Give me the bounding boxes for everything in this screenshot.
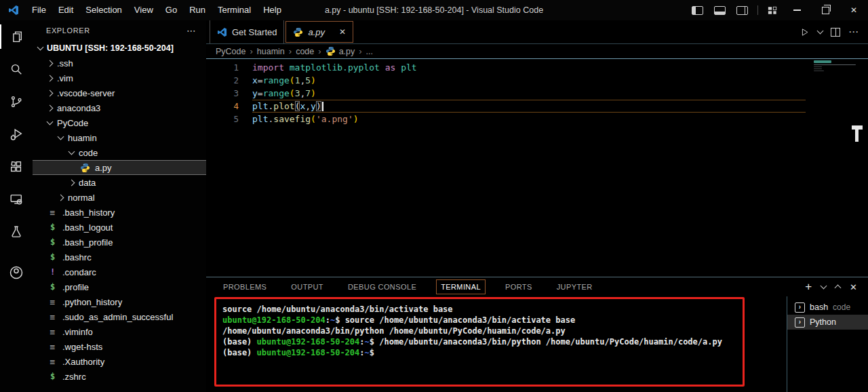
code-editor[interactable]: 1import matplotlib.pyplot as plt2x=range… bbox=[206, 59, 868, 277]
tree-item-.vim[interactable]: .vim bbox=[33, 71, 206, 85]
tree-item-normal[interactable]: normal bbox=[33, 190, 206, 205]
toggle-panel-icon[interactable] bbox=[714, 6, 726, 15]
breadcrumb-item[interactable]: ... bbox=[366, 47, 373, 56]
code-line-1[interactable]: 1import matplotlib.pyplot as plt bbox=[206, 61, 806, 74]
terminal-line: source /home/ubuntu/anaconda3/bin/activa… bbox=[222, 304, 736, 315]
mouse-cursor bbox=[852, 125, 864, 143]
account-icon[interactable] bbox=[0, 256, 33, 289]
shell-file-icon: $ bbox=[47, 237, 58, 247]
breadcrumb-label: huamin bbox=[257, 47, 285, 56]
tab-get-started[interactable]: Get Started bbox=[210, 20, 284, 43]
menu-selection[interactable]: Selection bbox=[79, 0, 127, 20]
code-content: import matplotlib.pyplot as plt bbox=[252, 61, 806, 74]
minimize-button[interactable] bbox=[783, 0, 811, 20]
breadcrumb-item[interactable]: a.py bbox=[326, 46, 355, 56]
tree-item-huamin[interactable]: huamin bbox=[33, 130, 206, 145]
tree-item-.zshrc[interactable]: $.zshrc bbox=[33, 369, 206, 384]
tree-item-PyCode[interactable]: PyCode bbox=[33, 115, 206, 130]
close-panel-icon[interactable]: ✕ bbox=[850, 282, 857, 292]
minimap-line bbox=[814, 64, 856, 65]
code-line-4[interactable]: 4plt.plot(x,y) bbox=[206, 100, 806, 113]
tree-item-.sudo_as_admin_successful[interactable]: ≡.sudo_as_admin_successful bbox=[33, 309, 206, 324]
tab-label: Get Started bbox=[232, 27, 277, 37]
tree-item-code[interactable]: code bbox=[33, 145, 206, 160]
explorer-icon[interactable] bbox=[0, 20, 33, 53]
customize-layout-icon[interactable] bbox=[768, 6, 777, 15]
code-content: x=range(1,5) bbox=[252, 74, 806, 87]
panel-tab-jupyter[interactable]: JUPYTER bbox=[552, 279, 597, 294]
tree-item-.profile[interactable]: $.profile bbox=[33, 279, 206, 294]
panel-tab-problems[interactable]: PROBLEMS bbox=[218, 279, 271, 294]
run-dropdown-icon[interactable] bbox=[817, 28, 824, 35]
terminal-output[interactable]: source /home/ubuntu/anaconda3/bin/activa… bbox=[216, 299, 743, 363]
tree-root-ubuntu-ssh[interactable]: UBUNTU [SSH: 192-168-50-204] bbox=[33, 41, 206, 56]
breadcrumb-separator: › bbox=[359, 46, 361, 56]
terminal-icon: › bbox=[795, 302, 805, 313]
tree-item-.condarc[interactable]: !.condarc bbox=[33, 264, 206, 279]
close-tab-icon[interactable]: ✕ bbox=[339, 27, 346, 37]
editor-group: Get Starteda.py✕ ⋯ PyCode›huamin›code›a.… bbox=[206, 20, 868, 277]
split-editor-icon[interactable] bbox=[831, 28, 840, 37]
code-line-2[interactable]: 2x=range(1,5) bbox=[206, 74, 806, 87]
tree-item-.Xauthority[interactable]: ≡.Xauthority bbox=[33, 354, 206, 369]
panel-tab-terminal[interactable]: TERMINAL bbox=[436, 279, 486, 294]
shell-file-icon: $ bbox=[47, 282, 58, 292]
terminal-dropdown-icon[interactable] bbox=[821, 283, 827, 290]
tree-item-.wget-hsts[interactable]: ≡.wget-hsts bbox=[33, 339, 206, 354]
breadcrumb-item[interactable]: PyCode bbox=[216, 47, 245, 56]
terminal-list-item-bash[interactable]: ›bashcode bbox=[787, 300, 868, 315]
menu-edit[interactable]: Edit bbox=[52, 0, 79, 20]
code-line-3[interactable]: 3y=range(3,7) bbox=[206, 87, 806, 100]
source-control-icon[interactable] bbox=[0, 85, 33, 118]
line-number: 4 bbox=[206, 101, 252, 111]
red-annotation-box: source /home/ubuntu/anaconda3/bin/activa… bbox=[214, 297, 745, 387]
menu-view[interactable]: View bbox=[128, 0, 159, 20]
restore-button[interactable] bbox=[811, 0, 840, 20]
tab-a.py[interactable]: a.py✕ bbox=[285, 21, 353, 43]
tree-root-label: UBUNTU [SSH: 192-168-50-204] bbox=[47, 43, 174, 53]
search-icon[interactable] bbox=[0, 53, 33, 85]
explorer-more-actions-icon[interactable]: ⋯ bbox=[186, 25, 197, 36]
chevron-right-icon bbox=[58, 194, 64, 201]
remote-explorer-icon[interactable] bbox=[0, 183, 33, 216]
tree-item-.viminfo[interactable]: ≡.viminfo bbox=[33, 324, 206, 339]
panel-tab-debug-console[interactable]: DEBUG CONSOLE bbox=[343, 279, 421, 294]
maximize-panel-icon[interactable] bbox=[835, 285, 842, 292]
toggle-secondary-sidebar-icon[interactable] bbox=[736, 6, 748, 15]
run-debug-icon[interactable] bbox=[0, 118, 33, 151]
tree-item-data[interactable]: data bbox=[33, 175, 206, 190]
code-lines: 1import matplotlib.pyplot as plt2x=range… bbox=[206, 61, 806, 125]
tree-item-.bashrc[interactable]: $.bashrc bbox=[33, 250, 206, 264]
breadcrumb-label: PyCode bbox=[216, 47, 245, 56]
panel-tab-output[interactable]: OUTPUT bbox=[286, 279, 328, 294]
menu-go[interactable]: Go bbox=[159, 0, 183, 20]
panel-tab-ports[interactable]: PORTS bbox=[500, 279, 537, 294]
extensions-icon[interactable] bbox=[0, 151, 33, 183]
testing-icon[interactable] bbox=[0, 216, 33, 248]
breadcrumb-item[interactable]: code bbox=[296, 47, 314, 56]
terminal-list-item-python[interactable]: ›Python bbox=[787, 315, 868, 330]
editor-more-actions-icon[interactable]: ⋯ bbox=[848, 28, 859, 35]
tree-item-label: .Xauthority bbox=[62, 357, 104, 367]
tree-item-.python_history[interactable]: ≡.python_history bbox=[33, 294, 206, 309]
tree-item-anaconda3[interactable]: anaconda3 bbox=[33, 100, 206, 115]
tree-item-.bash_history[interactable]: ≡.bash_history bbox=[33, 205, 206, 220]
menu-run[interactable]: Run bbox=[183, 0, 212, 20]
tree-item-.bash_logout[interactable]: $.bash_logout bbox=[33, 220, 206, 235]
toggle-sidebar-icon[interactable] bbox=[692, 6, 703, 15]
tree-item-.ssh[interactable]: .ssh bbox=[33, 56, 206, 71]
new-terminal-icon[interactable]: + bbox=[805, 281, 812, 292]
tree-item-.bash_profile[interactable]: $.bash_profile bbox=[33, 235, 206, 250]
tree-item-label: .bashrc bbox=[62, 252, 92, 262]
breadcrumb-item[interactable]: huamin bbox=[257, 47, 285, 56]
lines-file-icon: ≡ bbox=[47, 312, 58, 322]
close-window-button[interactable]: ✕ bbox=[840, 0, 868, 20]
code-line-5[interactable]: 5plt.savefig('a.png') bbox=[206, 113, 806, 125]
minimap[interactable] bbox=[814, 60, 859, 73]
python-file-icon bbox=[80, 163, 90, 173]
menu-file[interactable]: File bbox=[26, 0, 52, 20]
tree-item-a.py[interactable]: a.py bbox=[33, 160, 206, 175]
run-button[interactable] bbox=[800, 27, 810, 37]
chevron-down-icon bbox=[47, 119, 54, 125]
tree-item-.vscode-server[interactable]: .vscode-server bbox=[33, 85, 206, 100]
